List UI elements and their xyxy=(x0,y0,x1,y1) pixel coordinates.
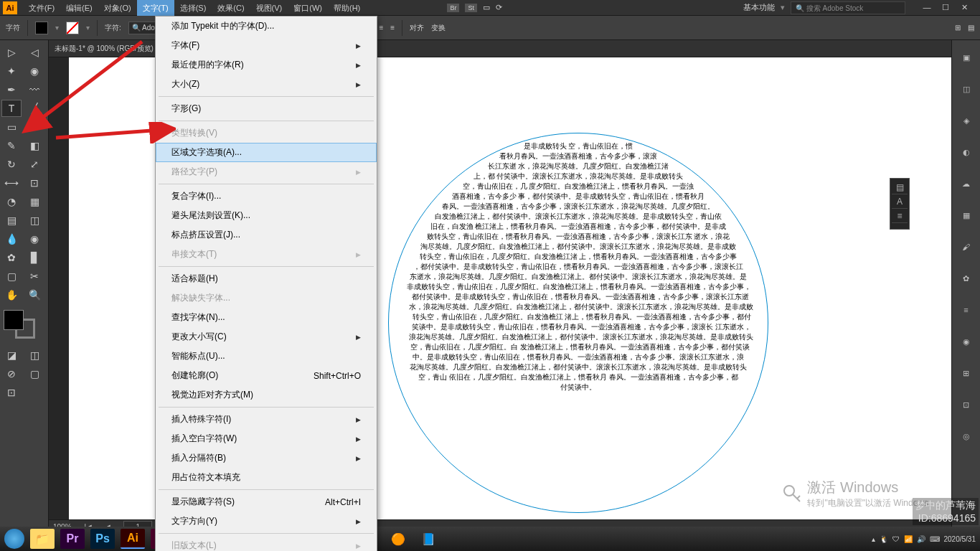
fill-swatch[interactable] xyxy=(35,22,48,34)
line-tool[interactable]: ╱ xyxy=(24,100,44,117)
transform-panel-label[interactable]: 变换 xyxy=(431,23,446,33)
magic-wand-tool[interactable]: ✦ xyxy=(1,62,22,80)
browser-icon[interactable] xyxy=(4,529,24,549)
menu-文字[interactable]: 文字(T) xyxy=(137,0,174,16)
menu-item-避头尾法则设置K[interactable]: 避头尾法则设置(K)... xyxy=(156,206,377,225)
shape-builder-tool[interactable]: ◔ xyxy=(1,193,22,210)
tray-network-icon[interactable]: 📶 xyxy=(904,535,913,543)
maximize-icon[interactable]: ☐ xyxy=(937,2,954,14)
tray-ime-icon[interactable]: ⌨ xyxy=(930,535,940,543)
scale-tool[interactable]: ⤢ xyxy=(24,156,44,173)
eyedropper-tool[interactable]: 💧 xyxy=(1,230,22,248)
tray-date[interactable]: 2020/5/31 xyxy=(944,535,976,543)
menu-窗口[interactable]: 窗口(W) xyxy=(288,0,328,16)
menu-item-最近使用的字体R[interactable]: 最近使用的字体(R)▶ xyxy=(156,55,377,75)
zoom-tool[interactable]: 🔍 xyxy=(24,286,44,303)
color-mode-icon[interactable]: ◪ xyxy=(1,347,22,364)
flyout-icon[interactable]: ▤ xyxy=(892,180,908,194)
menu-文件[interactable]: 文件(F) xyxy=(23,0,60,16)
appearance-panel-icon[interactable]: ◎ xyxy=(958,428,975,445)
graphic-styles-icon[interactable]: ◉ xyxy=(958,333,975,350)
workspace-switcher[interactable]: 基本功能 xyxy=(743,2,775,13)
menu-item-添加 Typekit[interactable]: 添加 Typekit 中的字体(D)... xyxy=(156,17,377,36)
stock-icon[interactable]: St xyxy=(465,4,477,12)
tray-up-icon[interactable]: ▴ xyxy=(872,535,875,543)
selection-tool[interactable]: ▷ xyxy=(1,44,22,61)
free-transform-tool[interactable]: ⊡ xyxy=(24,174,44,192)
transform-panel-icon[interactable]: ⊡ xyxy=(958,396,975,413)
bridge-icon[interactable]: Br xyxy=(447,4,459,12)
rectangle-tool[interactable]: ▭ xyxy=(1,118,22,136)
search-stock-input[interactable]: 🔍 搜索 Adobe Stock xyxy=(791,1,905,14)
control-menu-icon[interactable]: ⊞ xyxy=(955,24,961,32)
blend-tool[interactable]: ◉ xyxy=(24,230,44,248)
swatches-panel-icon[interactable]: ▦ xyxy=(958,207,975,224)
app-icon-5[interactable]: 📘 xyxy=(416,529,440,549)
menu-item-字体F[interactable]: 字体(F)▶ xyxy=(156,36,377,55)
type-tool[interactable]: T xyxy=(1,100,22,117)
menu-item-大小Z[interactable]: 大小(Z)▶ xyxy=(156,75,377,94)
paintbrush-tool[interactable]: 🖌 xyxy=(24,118,44,136)
color-panel-icon[interactable]: ◐ xyxy=(958,143,975,161)
none-mode-icon[interactable]: ⊘ xyxy=(1,365,22,382)
fill-stroke-control[interactable] xyxy=(2,309,45,342)
symbol-sprayer-tool[interactable]: ✿ xyxy=(1,249,22,266)
menu-item-智能标点U[interactable]: 智能标点(U)... xyxy=(156,347,377,366)
panel-menu-icon[interactable]: ▤ xyxy=(968,24,974,32)
minimize-icon[interactable]: — xyxy=(918,2,936,14)
arrange-icon[interactable]: ▭ xyxy=(483,3,490,12)
direct-selection-tool[interactable]: ◁ xyxy=(24,44,44,61)
align-center-icon[interactable]: ≡ xyxy=(379,24,383,32)
curvature-tool[interactable]: 〰 xyxy=(24,81,44,98)
menu-编辑[interactable]: 编辑(E) xyxy=(60,0,98,16)
brushes-panel-icon[interactable]: 🖌 xyxy=(958,238,975,255)
slice-tool[interactable]: ✂ xyxy=(24,268,44,285)
stroke-panel-icon[interactable]: ≡ xyxy=(958,301,975,319)
tray-qq-icon[interactable]: 🐧 xyxy=(880,535,888,543)
perspective-tool[interactable]: ▦ xyxy=(24,193,44,210)
menu-item-插入分隔符B[interactable]: 插入分隔符(B)▶ xyxy=(156,448,377,468)
menu-item-区域文字选项A[interactable]: 区域文字选项(A)... xyxy=(156,143,377,162)
char-panel-label[interactable]: 字符 xyxy=(6,23,20,33)
menu-item-更改大小写C[interactable]: 更改大小写(C)▶ xyxy=(156,327,377,347)
flyout-icon[interactable]: ≡ xyxy=(892,209,908,223)
draw-normal-icon[interactable]: ▢ xyxy=(24,365,44,382)
menu-item-适合标题H[interactable]: 适合标题(H) xyxy=(156,269,377,288)
lasso-tool[interactable]: ◉ xyxy=(24,62,44,80)
tray-shield-icon[interactable]: 🛡 xyxy=(892,535,900,543)
menu-选择[interactable]: 选择(S) xyxy=(174,0,212,16)
menu-item-显示隐藏字符S[interactable]: 显示隐藏字符(S)Alt+Ctrl+I xyxy=(156,492,377,512)
menu-item-用占位符文本填充[interactable]: 用占位符文本填充 xyxy=(156,468,377,487)
menu-item-字形G[interactable]: 字形(G) xyxy=(156,99,377,118)
rotate-tool[interactable]: ↻ xyxy=(1,156,22,173)
photoshop-icon[interactable]: Ps xyxy=(90,529,115,549)
tray-volume-icon[interactable]: 🔊 xyxy=(917,535,925,543)
area-type-circle[interactable]: 是非成败转头 空，青山依旧在，惯看秋月春风。一壶浊酒喜相逢，古今多少事，滚滚长江… xyxy=(388,133,768,513)
screen-mode-icon[interactable]: ⊡ xyxy=(1,384,22,401)
menu-对象[interactable]: 对象(O) xyxy=(98,0,137,16)
stroke-swatch[interactable] xyxy=(66,22,79,34)
artboard-tool[interactable]: ▢ xyxy=(1,268,22,285)
layers-panel-icon[interactable]: ◈ xyxy=(958,112,975,129)
flyout-icon[interactable]: A xyxy=(892,194,908,209)
illustrator-icon[interactable]: Ai xyxy=(121,529,145,549)
close-icon[interactable]: ✕ xyxy=(956,2,973,14)
graph-tool[interactable]: ▊ xyxy=(24,249,44,266)
properties-flyout[interactable]: ▤ A ≡ xyxy=(890,178,910,230)
hand-tool[interactable]: ✋ xyxy=(1,286,22,303)
mesh-tool[interactable]: ▤ xyxy=(1,212,22,229)
pen-tool[interactable]: ✒ xyxy=(1,81,22,98)
menu-item-查找字体N[interactable]: 查找字体(N)... xyxy=(156,308,377,327)
menu-item-文字方向Y[interactable]: 文字方向(Y)▶ xyxy=(156,512,377,531)
properties-panel-icon[interactable]: ▣ xyxy=(958,49,975,66)
menu-item-插入空白字符W[interactable]: 插入空白字符(W)▶ xyxy=(156,429,377,448)
align-right-icon[interactable]: ≡ xyxy=(390,24,395,32)
menu-帮助[interactable]: 帮助(H) xyxy=(328,0,366,16)
gradient-tool[interactable]: ◫ xyxy=(24,212,44,229)
menu-效果[interactable]: 效果(C) xyxy=(212,0,250,16)
premiere-icon[interactable]: Pr xyxy=(60,529,85,549)
width-tool[interactable]: ⟷ xyxy=(1,174,22,192)
symbols-panel-icon[interactable]: ✿ xyxy=(958,270,975,287)
menu-item-复合字体I[interactable]: 复合字体(I)... xyxy=(156,187,377,206)
align-panel-icon[interactable]: ⊞ xyxy=(958,364,975,382)
